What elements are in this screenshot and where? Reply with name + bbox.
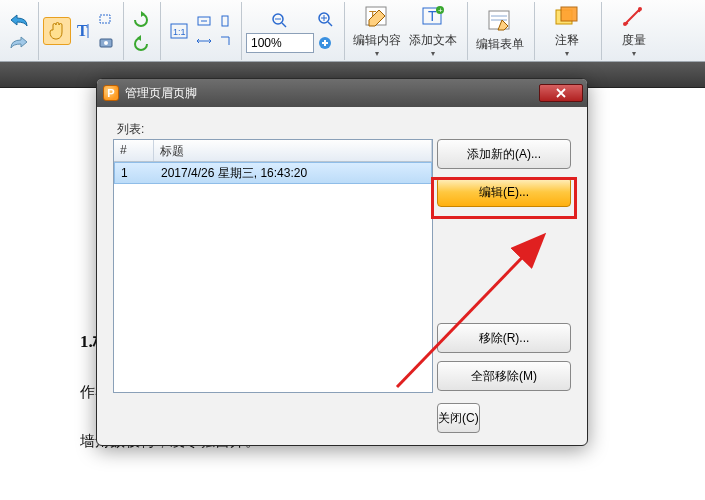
zoom-in-button[interactable]: [314, 8, 338, 30]
dialog-close-x-button[interactable]: [539, 84, 583, 102]
svg-rect-29: [561, 7, 577, 21]
svg-line-10: [282, 23, 286, 27]
row-title: 2017/4/26 星期三, 16:43:20: [155, 165, 313, 182]
dialog-titlebar[interactable]: P 管理页眉页脚: [97, 79, 587, 107]
actual-size-button[interactable]: 1:1: [165, 18, 193, 44]
app-icon: P: [103, 85, 119, 101]
close-icon: [555, 88, 567, 98]
edit-content-label: 编辑内容: [353, 32, 401, 49]
svg-line-13: [328, 22, 332, 26]
fit-page-button[interactable]: [193, 12, 215, 30]
measure-label: 度量: [622, 32, 646, 49]
fit-width-button[interactable]: [193, 32, 215, 50]
remove-button[interactable]: 移除(R)...: [437, 323, 571, 353]
svg-text:T: T: [428, 8, 437, 24]
list-row[interactable]: 1 2017/4/26 星期三, 16:43:20: [114, 162, 432, 184]
row-num: 1: [115, 166, 155, 180]
rotate-right-button[interactable]: [128, 32, 154, 54]
add-text-button[interactable]: T+ 添加文本 ▾: [405, 1, 461, 61]
header-footer-dialog: P 管理页眉页脚 列表: # 标题 1 2017/4/26 星期三, 16:43…: [96, 78, 588, 446]
zoom-plus-button[interactable]: [314, 32, 338, 54]
snapshot-button[interactable]: [95, 32, 117, 52]
select-tool-button[interactable]: [95, 10, 117, 30]
svg-point-31: [638, 7, 642, 11]
zoom-input[interactable]: [246, 33, 314, 53]
svg-point-30: [623, 22, 627, 26]
main-toolbar: T 1:1: [0, 0, 705, 62]
svg-rect-8: [222, 16, 228, 26]
add-text-label: 添加文本: [409, 32, 457, 49]
hand-tool-button[interactable]: [43, 17, 71, 45]
column-title[interactable]: 标题: [154, 140, 432, 161]
redo-button[interactable]: [6, 32, 32, 52]
fit-height-button[interactable]: [215, 12, 235, 30]
rotate-left-button[interactable]: [128, 8, 154, 30]
dropdown-icon: ▾: [431, 49, 435, 58]
header-footer-list[interactable]: # 标题 1 2017/4/26 星期三, 16:43:20: [113, 139, 433, 393]
edit-button[interactable]: 编辑(E)...: [437, 177, 571, 207]
edit-form-label: 编辑表单: [476, 36, 524, 53]
fit-visible-button[interactable]: [215, 32, 235, 50]
annotate-label: 注释: [555, 32, 579, 49]
annotate-button[interactable]: 注释 ▾: [539, 1, 595, 61]
list-label: 列表:: [117, 121, 577, 138]
zoom-out-button[interactable]: [246, 9, 314, 31]
svg-text:1:1: 1:1: [173, 27, 186, 37]
svg-point-4: [104, 41, 108, 45]
close-button[interactable]: 关闭(C): [437, 403, 480, 433]
svg-rect-2: [100, 15, 110, 23]
dropdown-icon: ▾: [565, 49, 569, 58]
column-number[interactable]: #: [114, 140, 154, 161]
remove-all-button[interactable]: 全部移除(M): [437, 361, 571, 391]
dropdown-icon: ▾: [632, 49, 636, 58]
svg-text:+: +: [438, 6, 443, 15]
dropdown-icon: ▾: [375, 49, 379, 58]
add-new-button[interactable]: 添加新的(A)...: [437, 139, 571, 169]
edit-form-button[interactable]: 编辑表单: [472, 5, 528, 56]
edit-content-button[interactable]: T 编辑内容 ▾: [349, 1, 405, 61]
text-select-button[interactable]: T: [71, 17, 95, 45]
svg-text:T: T: [77, 22, 88, 39]
measure-button[interactable]: 度量 ▾: [606, 1, 662, 61]
undo-button[interactable]: [6, 10, 32, 30]
dialog-title: 管理页眉页脚: [125, 85, 197, 102]
list-header: # 标题: [114, 140, 432, 162]
